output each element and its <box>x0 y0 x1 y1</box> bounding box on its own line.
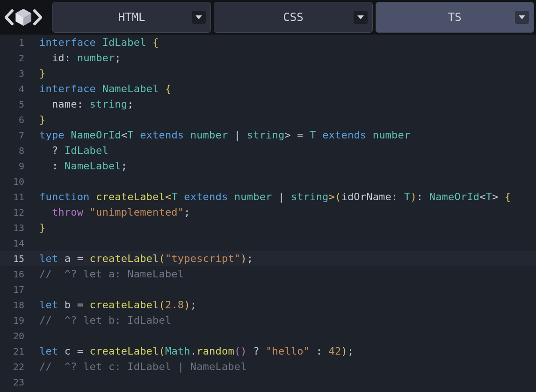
line-number: 2 <box>0 52 31 64</box>
line-number: 18 <box>0 299 31 311</box>
code-line[interactable]: 21let c = createLabel(Math.random() ? "h… <box>0 343 536 359</box>
code-content[interactable]: ? IdLabel <box>31 145 109 156</box>
code-content[interactable]: // ^? let b: IdLabel <box>31 314 171 326</box>
code-content[interactable]: function createLabel<T extends number | … <box>31 191 511 203</box>
tab-label: HTML <box>118 11 145 24</box>
line-number: 22 <box>0 361 31 372</box>
code-line[interactable]: 19// ^? let b: IdLabel <box>0 312 536 328</box>
code-content[interactable]: // ^? let a: NameLabel <box>31 268 184 280</box>
tab-html[interactable]: HTML <box>52 2 211 33</box>
tab-dropdown-ts[interactable] <box>515 11 529 24</box>
chevron-down-icon <box>357 15 364 20</box>
chevron-down-icon <box>519 15 525 20</box>
line-number: 19 <box>0 315 31 326</box>
code-content[interactable]: } <box>31 222 45 233</box>
code-line[interactable]: 3} <box>0 65 536 81</box>
code-line[interactable]: 14 <box>0 235 536 251</box>
code-line[interactable]: 5 name: string; <box>0 96 536 112</box>
line-number: 4 <box>0 83 31 94</box>
tab-ts[interactable]: TS <box>376 2 534 33</box>
line-number: 7 <box>0 130 31 141</box>
code-line[interactable]: 10 <box>0 174 536 189</box>
code-line[interactable]: 20 <box>0 328 536 343</box>
line-number: 1 <box>0 37 31 48</box>
code-content[interactable]: } <box>31 114 45 125</box>
code-line[interactable]: 9 : NameLabel; <box>0 158 536 174</box>
code-line[interactable]: 1interface IdLabel { <box>0 35 536 50</box>
line-number: 17 <box>0 284 31 295</box>
app-logo <box>5 2 50 33</box>
code-line[interactable]: 4interface NameLabel { <box>0 81 536 96</box>
code-content[interactable]: name: string; <box>31 98 134 110</box>
tab-css[interactable]: CSS <box>214 2 372 33</box>
code-content[interactable]: // ^? let c: IdLabel | NameLabel <box>31 361 247 372</box>
code-content[interactable]: id: number; <box>31 52 121 64</box>
code-line[interactable]: 16// ^? let a: NameLabel <box>0 266 536 282</box>
code-content[interactable]: throw "unimplemented"; <box>31 206 190 218</box>
chevron-down-icon <box>196 15 202 20</box>
line-number: 13 <box>0 222 31 233</box>
code-line[interactable]: 11function createLabel<T extends number … <box>0 189 536 204</box>
code-line[interactable]: 23 <box>0 374 536 390</box>
code-line[interactable]: 2 id: number; <box>0 50 536 65</box>
code-content[interactable]: } <box>31 67 45 79</box>
line-number: 10 <box>0 176 31 187</box>
code-line[interactable]: 7type NameOrId<T extends number | string… <box>0 127 536 143</box>
tab-dropdown-css[interactable] <box>354 11 368 24</box>
code-editor[interactable]: 1interface IdLabel {2 id: number;3}4inte… <box>0 35 536 392</box>
tab-dropdown-html[interactable] <box>192 11 206 24</box>
line-number: 3 <box>0 68 31 79</box>
line-number: 5 <box>0 99 31 110</box>
code-content[interactable]: interface IdLabel { <box>31 36 159 48</box>
code-content[interactable]: let a = createLabel("typescript"); <box>31 253 253 264</box>
code-content[interactable]: type NameOrId<T extends number | string>… <box>31 129 410 141</box>
line-number: 23 <box>0 377 31 388</box>
tab-bar: HTML CSS TS <box>0 0 536 35</box>
line-number: 15 <box>0 253 31 264</box>
line-number: 6 <box>0 114 31 125</box>
line-number: 16 <box>0 269 31 280</box>
code-content[interactable]: interface NameLabel { <box>31 83 171 94</box>
line-number: 12 <box>0 207 31 218</box>
line-number: 11 <box>0 191 31 203</box>
line-number: 21 <box>0 346 31 357</box>
line-number: 8 <box>0 145 31 156</box>
line-number: 14 <box>0 238 31 249</box>
tab-label: CSS <box>283 11 303 24</box>
code-line[interactable]: 8 ? IdLabel <box>0 143 536 158</box>
code-line[interactable]: 18let b = createLabel(2.8); <box>0 297 536 312</box>
code-content[interactable]: : NameLabel; <box>31 160 127 172</box>
line-number: 20 <box>0 330 31 341</box>
line-number: 9 <box>0 160 31 172</box>
code-line[interactable]: 6} <box>0 112 536 127</box>
code-content[interactable]: let b = createLabel(2.8); <box>31 299 196 311</box>
code-line[interactable]: 12 throw "unimplemented"; <box>0 204 536 220</box>
code-line[interactable]: 22// ^? let c: IdLabel | NameLabel <box>0 359 536 374</box>
tab-label: TS <box>448 11 462 24</box>
code-line[interactable]: 15let a = createLabel("typescript"); <box>0 251 536 266</box>
code-line[interactable]: 13} <box>0 220 536 235</box>
code-line[interactable]: 17 <box>0 282 536 297</box>
code-content[interactable]: let c = createLabel(Math.random() ? "hel… <box>31 345 354 357</box>
